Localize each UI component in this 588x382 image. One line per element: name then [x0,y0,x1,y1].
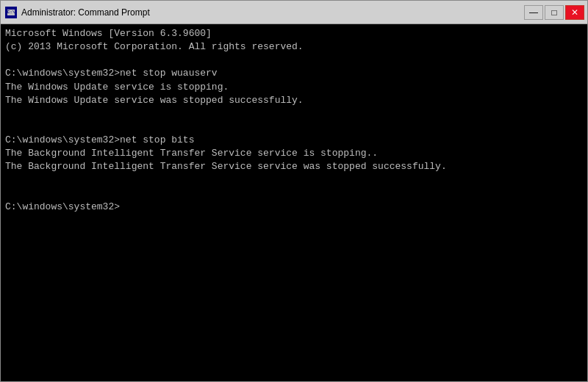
terminal-line: The Windows Update service is stopping. [5,81,583,94]
terminal-content: Microsoft Windows [Version 6.3.9600](c) … [5,27,583,378]
terminal-line: The Background Intelligent Transfer Serv… [5,160,583,173]
terminal-line: C:\windows\system32>net stop bits [5,134,583,147]
terminal-line: The Windows Update service was stopped s… [5,94,583,107]
maximize-button[interactable]: □ [545,5,564,20]
cmd-window: C:\ Administrator: Command Prompt — □ ✕ … [0,0,588,382]
cmd-icon: C:\ [5,7,17,18]
title-bar: C:\ Administrator: Command Prompt — □ ✕ [1,1,587,24]
terminal-line: C:\windows\system32> [5,201,583,214]
minimize-button[interactable]: — [524,5,543,20]
terminal-line: The Background Intelligent Transfer Serv… [5,147,583,160]
cmd-icon-inner: C:\ [7,10,15,15]
title-bar-controls: — □ ✕ [524,5,584,20]
title-bar-left: C:\ Administrator: Command Prompt [5,7,150,18]
terminal-line: C:\windows\system32>net stop wuauserv [5,67,583,80]
close-button[interactable]: ✕ [565,5,584,20]
terminal-line: (c) 2013 Microsoft Corporation. All righ… [5,40,583,54]
terminal-line: Microsoft Windows [Version 6.3.9600] [5,27,583,40]
window-title: Administrator: Command Prompt [21,7,150,18]
terminal-body[interactable]: Microsoft Windows [Version 6.3.9600](c) … [1,24,587,381]
